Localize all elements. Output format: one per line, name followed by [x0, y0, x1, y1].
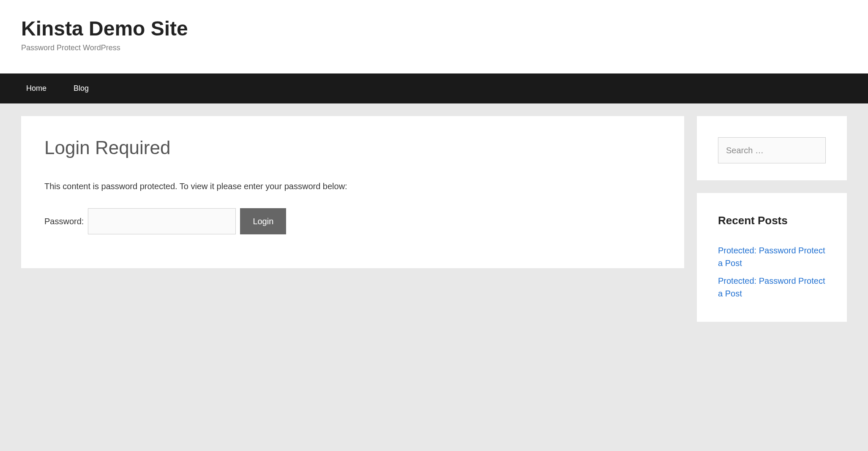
site-header: Kinsta Demo Site Password Protect WordPr… [0, 0, 868, 73]
search-input[interactable] [718, 137, 826, 163]
password-input[interactable] [88, 208, 236, 234]
content-wrapper: Login Required This content is password … [0, 103, 868, 334]
password-form: Password: Login [44, 208, 661, 234]
site-title: Kinsta Demo Site [21, 17, 847, 40]
search-widget [697, 116, 847, 180]
site-tagline: Password Protect WordPress [21, 43, 847, 52]
nav-item-blog[interactable]: Blog [68, 73, 94, 103]
recent-posts-widget: Recent Posts Protected: Password Protect… [697, 193, 847, 322]
nav-menu: Home Blog [21, 73, 847, 103]
recent-post-link[interactable]: Protected: Password Protect a Post [718, 244, 826, 269]
login-button[interactable]: Login [240, 208, 286, 234]
page-title: Login Required [44, 137, 661, 158]
main-content: Login Required This content is password … [21, 116, 684, 268]
password-label: Password: [44, 217, 84, 226]
recent-posts-title: Recent Posts [718, 214, 826, 227]
protected-message: This content is password protected. To v… [44, 182, 661, 191]
sidebar: Recent Posts Protected: Password Protect… [697, 116, 847, 322]
main-nav: Home Blog [0, 73, 868, 103]
recent-post-link[interactable]: Protected: Password Protect a Post [718, 274, 826, 300]
recent-posts-list: Protected: Password Protect a Post Prote… [718, 244, 826, 300]
nav-item-home[interactable]: Home [21, 73, 52, 103]
